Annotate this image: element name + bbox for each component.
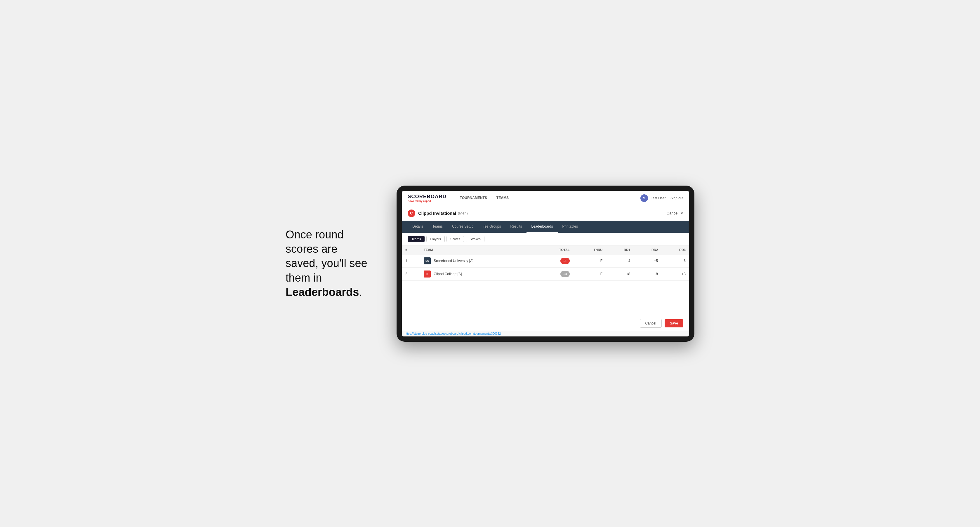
row1-rd1: -4 — [606, 254, 634, 267]
tab-details[interactable]: Details — [408, 221, 428, 233]
row1-team-logo: SU — [424, 257, 431, 264]
tournament-title: Clippd Invitational — [418, 211, 456, 216]
row1-rank: 1 — [402, 254, 420, 267]
tab-tee-groups[interactable]: Tee Groups — [478, 221, 506, 233]
row2-rank: 2 — [402, 267, 420, 281]
logo-subtitle: Powered by clippd — [408, 200, 447, 203]
row2-team-logo: C — [424, 270, 431, 278]
logo-area: SCOREBOARD Powered by clippd — [408, 194, 447, 203]
nav-right: S Test User | Sign out — [640, 194, 683, 202]
col-rd1: RD1 — [606, 245, 634, 254]
row2-total: +3 — [537, 267, 573, 281]
tab-leaderboards[interactable]: Leaderboards — [527, 221, 557, 233]
top-nav: SCOREBOARD Powered by clippd TOURNAMENTS… — [402, 191, 689, 206]
status-bar: https://stage-blue-coach.stagescoreboard… — [402, 331, 689, 337]
row2-thru: F — [573, 267, 606, 281]
row1-score-badge: -5 — [560, 258, 570, 264]
row1-rd3: -6 — [662, 254, 689, 267]
col-rd2: RD2 — [634, 245, 662, 254]
tournament-gender: (Men) — [458, 211, 468, 215]
save-button[interactable]: Save — [665, 319, 683, 327]
col-rd3: RD3 — [662, 245, 689, 254]
logo-title: SCOREBOARD — [408, 194, 447, 200]
row2-rd1: +8 — [606, 267, 634, 281]
col-team: TEAM — [420, 245, 537, 254]
row2-score-badge: +3 — [560, 271, 570, 277]
tablet-screen: SCOREBOARD Powered by clippd TOURNAMENTS… — [402, 191, 689, 337]
cancel-area[interactable]: Cancel ✕ — [667, 211, 683, 215]
user-name: Test User | — [651, 196, 668, 200]
col-rank: # — [402, 245, 420, 254]
sign-out-link[interactable]: Sign out — [670, 196, 683, 200]
tab-course-setup[interactable]: Course Setup — [447, 221, 478, 233]
leaderboard-table: # TEAM TOTAL THRU RD1 RD2 RD3 1 — [402, 245, 689, 281]
tournament-icon: C — [408, 210, 415, 217]
row2-team: C Clippd College [A] — [420, 267, 537, 281]
table-empty — [402, 281, 689, 316]
description-text: Once round scores are saved, you'll see … — [286, 228, 379, 300]
tab-printables[interactable]: Printables — [558, 221, 582, 233]
filter-players[interactable]: Players — [426, 236, 445, 242]
nav-tournaments[interactable]: TOURNAMENTS — [455, 191, 492, 206]
cancel-button[interactable]: Cancel — [640, 319, 662, 328]
row2-rd2: -8 — [634, 267, 662, 281]
filter-strokes[interactable]: Strokes — [466, 236, 484, 242]
row2-rd3: +3 — [662, 267, 689, 281]
tablet-frame: SCOREBOARD Powered by clippd TOURNAMENTS… — [396, 186, 694, 342]
sub-nav: Details Teams Course Setup Tee Groups Re… — [402, 221, 689, 233]
row1-rd2: +5 — [634, 254, 662, 267]
row1-team: SU Scoreboard University [A] — [420, 254, 537, 267]
footer-bar: Cancel Save — [402, 316, 689, 331]
nav-links: TOURNAMENTS TEAMS — [455, 191, 640, 206]
filter-teams[interactable]: Teams — [408, 236, 425, 242]
table-row: 1 SU Scoreboard University [A] -5 F -4 — [402, 254, 689, 267]
tab-teams[interactable]: Teams — [428, 221, 447, 233]
col-total: TOTAL — [537, 245, 573, 254]
table-row: 2 C Clippd College [A] +3 F +8 -8 — [402, 267, 689, 281]
filter-bar: Teams Players Scores Strokes — [402, 233, 689, 245]
user-avatar: S — [640, 194, 648, 202]
nav-teams[interactable]: TEAMS — [492, 191, 513, 206]
tab-results[interactable]: Results — [506, 221, 527, 233]
row1-thru: F — [573, 254, 606, 267]
tournament-header: C Clippd Invitational (Men) Cancel ✕ — [402, 206, 689, 221]
row1-total: -5 — [537, 254, 573, 267]
filter-scores[interactable]: Scores — [447, 236, 464, 242]
col-thru: THRU — [573, 245, 606, 254]
